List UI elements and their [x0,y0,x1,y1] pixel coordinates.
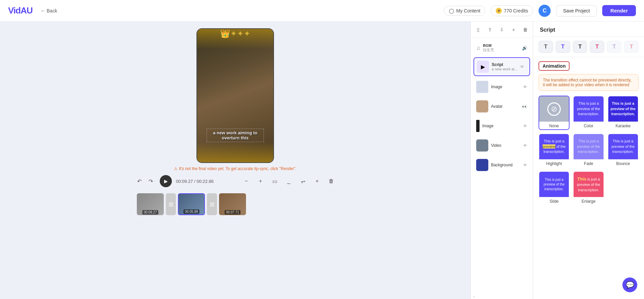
font-style-bold[interactable]: T [573,41,587,53]
video-thumb [476,139,488,152]
animation-section: Animation The transition effect cannot b… [533,57,644,299]
transition-icon-1: ⊠ [168,201,174,208]
anim-card-highlight[interactable]: This is just a preview of the transcript… [539,133,570,168]
thumbnail-transition-2[interactable]: ⊠ [207,193,217,215]
render-button[interactable]: Render [602,5,636,16]
redo-button[interactable]: ↷ [146,176,156,186]
anim-card-karaoke[interactable]: This is just a preview of the transcript… [608,96,639,130]
thumb-label-2: 00:05.88 [184,209,200,214]
panel-move-up-button[interactable]: ⇧ [485,25,494,34]
thumbnail-3[interactable]: 00:07.71 [219,193,246,215]
panel-toolbar: ▯ ⇧ ⇩ + 🗑 [471,22,533,38]
anim-card-enlarge[interactable]: This is just a preview of the transcript… [573,171,604,205]
frame-overlay-bottom [197,142,273,162]
preview-area: 👑✦✦✦ a new work aiming to overturn this … [0,22,470,299]
anim-card-none[interactable]: None [539,96,570,130]
animation-header: Animation [539,61,639,71]
color-preview-text: This is just a preview of the transcript… [574,100,603,118]
undo-redo-group: ↶ ↷ [134,176,156,186]
trim-button[interactable]: ⥅ [298,176,308,186]
font-style-light-red[interactable]: T [624,41,639,53]
anim-label-fade: Fade [574,159,603,167]
delete-clip-button[interactable]: 🗑 [326,176,336,186]
script-item-info: Script a new work ai... [492,62,517,71]
add-clip-button[interactable]: + [312,176,322,186]
panel-item-avatar[interactable]: Avatar 👀 [473,98,530,115]
panel-item-image2[interactable]: Image 👁 [473,117,530,135]
animation-title: Animation [539,61,570,71]
eye-icon-background[interactable]: 👁 [523,163,527,168]
credits-coin-icon: ★ [496,8,502,14]
panel-item-video[interactable]: Video 👁 [473,137,530,154]
anim-label-bounce: Bounce [608,159,638,167]
karaoke-preview-text: This is just a preview of the transcript… [608,100,638,118]
anim-preview-bounce: This is just a preview of the transcript… [608,134,638,159]
anim-card-bounce[interactable]: This is just a preview of the transcript… [608,133,639,168]
anim-card-fade[interactable]: This is just a preview of the transcript… [573,133,604,168]
thumb-label-3: 00:07.71 [225,210,241,214]
phone-preview: 👑✦✦✦ a new work aiming to overturn this [196,28,274,163]
anim-preview-enlarge: This is just a preview of the transcript… [574,172,603,197]
animation-grid: None This is just a preview of the trans… [539,96,639,205]
main-content: 👑✦✦✦ a new work aiming to overturn this … [0,22,644,299]
credits-button[interactable]: ★ 770 Credits [491,5,533,16]
music-icon: ♫ [476,45,480,51]
transition-icon-2: ⊠ [210,201,215,208]
undo-button[interactable]: ↶ [134,176,144,186]
subtitle-overlay: a new work aiming to overturn this [207,129,264,142]
anim-label-none: None [539,122,569,129]
avatar[interactable]: C [539,5,551,17]
anim-card-slide[interactable]: This is just a preview of the transcript… [539,171,570,205]
zoom-in-button[interactable]: + [255,176,266,186]
play-button[interactable]: ▶ [160,175,172,187]
thumbnail-transition-1[interactable]: ⊠ [166,193,176,215]
right-panel: Script T T T T T T Animation The transit… [533,22,644,299]
layers-panel: ▯ ⇧ ⇩ + 🗑 ♫ BGM 往生咒 🔊 ▶ Scri [470,22,533,299]
eye-icon-image1[interactable]: 👁 [523,85,527,90]
anim-card-color[interactable]: This is just a preview of the transcript… [573,96,604,130]
fade-preview-text: This is just a preview of the transcript… [574,137,603,156]
thumbnail-2[interactable]: 00:05.88 [178,193,205,215]
anim-preview-color: This is just a preview of the transcript… [574,96,603,122]
eye-icon-script[interactable]: 👁 [520,64,524,69]
eye-icon-video[interactable]: 👁 [523,143,527,148]
timeline-controls: ↶ ↷ ▶ 00:09.27 / 00:22.86 − + ▭ ⎯ ⥅ + 🗑 [134,175,336,187]
split-button[interactable]: ⎯ [284,176,294,186]
panel-item-image1[interactable]: Image 👁 [473,78,530,96]
crop-button[interactable]: ▭ [270,176,280,186]
slide-preview-text: This is just a preview of the transcript… [539,176,569,193]
panel-move-down-button[interactable]: ⇩ [497,25,506,34]
font-style-normal[interactable]: T [539,41,553,53]
font-style-colored[interactable]: T [556,41,570,53]
panel-delete-button[interactable]: 🗑 [521,25,530,34]
anim-preview-none [539,96,569,122]
anim-preview-fade: This is just a preview of the transcript… [574,134,603,159]
panel-item-background[interactable]: Background 👁 [473,156,530,174]
anim-preview-karaoke: This is just a preview of the transcript… [608,96,638,122]
panel-add-button[interactable]: + [509,25,518,34]
script-thumb: ▶ [477,61,489,73]
font-style-pink[interactable]: T [590,41,604,53]
bgm-item[interactable]: ♫ BGM 往生咒 🔊 [473,41,530,55]
panel-item-script[interactable]: ▶ Script a new work ai... 👁 [473,57,530,76]
thumbnail-strip: 00:09.27 ⊠ 00:05.88 ⊠ 00:07.71 [134,191,336,218]
chat-support-button[interactable]: 💬 [622,277,637,292]
font-style-light-purple[interactable]: T [607,41,621,53]
video-frame: 👑✦✦✦ a new work aiming to overturn this [196,28,274,163]
my-content-button[interactable]: ◯ My Content [444,6,486,16]
image1-thumb [476,81,488,93]
zoom-out-button[interactable]: − [241,176,251,186]
background-thumb [476,159,488,171]
panel-copy-button[interactable]: ▯ [473,25,483,34]
volume-icon[interactable]: 🔊 [522,45,527,51]
frame-overlay-top: 👑✦✦✦ [197,29,273,49]
thumbnail-1[interactable]: 00:09.27 [137,193,164,215]
logo: VidAU [8,5,33,16]
highlight-preview-text: This is just a preview of the transcript… [539,137,569,156]
panel-collapse-arrow[interactable]: › [471,294,477,299]
eye-icon-image2[interactable]: 👁 [523,124,527,129]
save-project-button[interactable]: Save Project [556,5,597,16]
back-button[interactable]: ← Back [41,8,57,13]
anim-label-karaoke: Karaoke [608,122,638,129]
eye-icon-avatar[interactable]: 👀 [522,104,527,109]
